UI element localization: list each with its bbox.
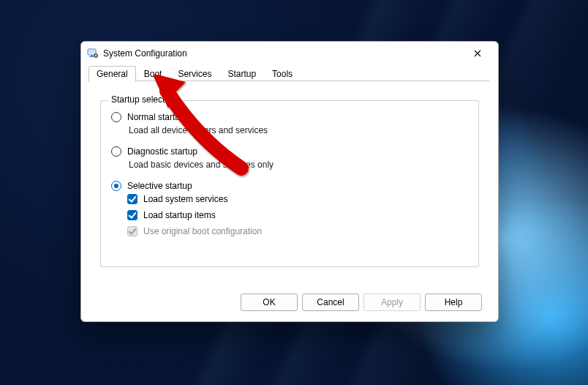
checkbox-use-original-boot-config: Use original boot configuration [127, 226, 478, 236]
button-label: Help [445, 297, 463, 307]
apply-button: Apply [363, 294, 421, 311]
button-label: Cancel [317, 297, 344, 307]
radio-icon [111, 112, 121, 122]
checkbox-icon [127, 226, 137, 236]
tab-label: Tools [272, 69, 293, 79]
radio-diagnostic-startup-desc: Load basic devices and services only [129, 160, 478, 170]
checkbox-load-startup-items[interactable]: Load startup items [127, 210, 478, 220]
checkbox-icon [127, 194, 137, 204]
tab-boot[interactable]: Boot [136, 66, 170, 81]
tab-general[interactable]: General [88, 66, 136, 82]
checkbox-label: Load system services [143, 194, 227, 204]
svg-rect-3 [89, 56, 94, 57]
tab-services[interactable]: Services [170, 66, 219, 81]
radio-label: Normal startup [127, 111, 185, 123]
tab-startup[interactable]: Startup [219, 66, 264, 81]
dialog-button-row: OK Cancel Apply Help [241, 294, 482, 311]
button-label: Apply [381, 297, 403, 307]
close-icon [474, 50, 481, 57]
window-title: System Configuration [103, 48, 187, 59]
tab-bar: General Boot Services Startup Tools [81, 65, 498, 81]
help-button[interactable]: Help [425, 294, 482, 311]
tab-label: Startup [227, 69, 256, 79]
tab-tools[interactable]: Tools [264, 66, 301, 81]
svg-rect-1 [88, 50, 95, 53]
monitor-gear-icon [87, 48, 99, 59]
radio-normal-startup[interactable]: Normal startup [111, 111, 478, 123]
svg-rect-2 [91, 55, 93, 56]
startup-selection-group: Startup selection Normal startup Load al… [100, 100, 479, 267]
tab-label: General [97, 69, 128, 79]
tab-label: Boot [144, 69, 162, 79]
titlebar: System Configuration [81, 42, 498, 65]
radio-icon [111, 181, 121, 191]
checkbox-label: Load startup items [143, 210, 216, 220]
radio-diagnostic-startup[interactable]: Diagnostic startup [111, 146, 478, 157]
radio-label: Selective startup [127, 180, 192, 192]
radio-selective-startup[interactable]: Selective startup [111, 180, 478, 192]
ok-button[interactable]: OK [241, 294, 298, 311]
radio-icon [111, 146, 121, 157]
checkbox-icon [127, 210, 137, 220]
radio-normal-startup-desc: Load all device drivers and services [129, 125, 478, 135]
cancel-button[interactable]: Cancel [302, 294, 359, 311]
tab-label: Services [178, 69, 211, 79]
radio-label: Diagnostic startup [127, 146, 197, 157]
checkbox-label: Use original boot configuration [143, 226, 262, 236]
button-label: OK [263, 297, 275, 307]
svg-point-5 [95, 55, 97, 56]
group-legend: Startup selection [108, 94, 179, 105]
checkbox-load-system-services[interactable]: Load system services [127, 194, 478, 204]
system-configuration-window: System Configuration General Boot Servic… [80, 41, 499, 322]
close-button[interactable] [463, 43, 492, 64]
